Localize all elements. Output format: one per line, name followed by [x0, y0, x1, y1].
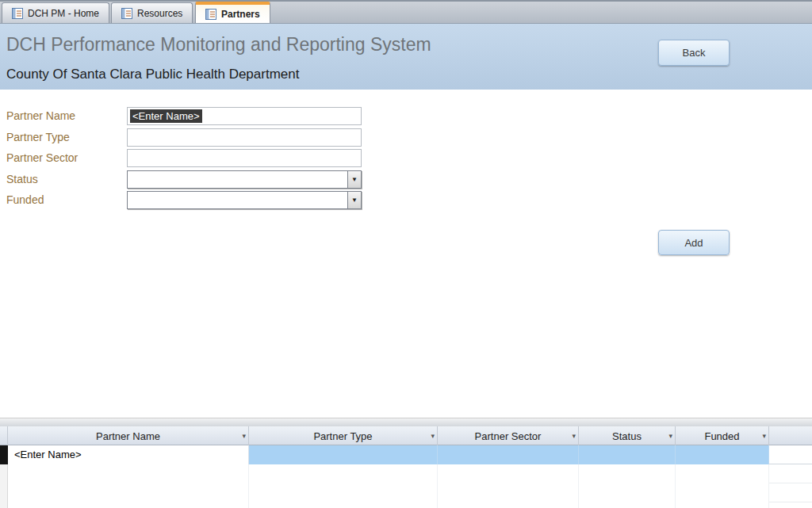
partner-type-input[interactable]	[127, 128, 362, 147]
chevron-down-icon: ▼	[351, 176, 358, 183]
cell-empty	[8, 483, 249, 502]
form-row-partner-name: Partner Name <Enter Name>	[0, 106, 812, 125]
row-selector[interactable]	[0, 483, 8, 502]
column-label: Partner Sector	[475, 430, 542, 442]
column-header-partner-type[interactable]: Partner Type ▾	[249, 426, 438, 445]
current-row-indicator[interactable]	[0, 445, 8, 464]
datasheet-header: Partner Name ▾ Partner Type ▾ Partner Se…	[0, 426, 812, 445]
funded-combobox[interactable]: ▼	[127, 191, 362, 209]
column-header-partner-name[interactable]: Partner Name ▾	[8, 426, 249, 445]
tab-label: Partners	[221, 9, 260, 20]
status-label: Status	[6, 170, 124, 189]
partner-name-label: Partner Name	[6, 106, 124, 125]
form-row-status: Status ▼	[0, 170, 812, 189]
tab-resources[interactable]: Resources	[111, 2, 193, 23]
tab-bar: DCH PM - Home Resources Partners	[0, 0, 812, 24]
cell-partner-sector[interactable]	[438, 445, 579, 464]
table-row-empty[interactable]	[0, 502, 812, 508]
table-row-empty[interactable]	[0, 464, 812, 483]
column-header-funded[interactable]: Funded ▾	[676, 426, 769, 445]
cell-empty	[249, 502, 438, 508]
row-selector-header[interactable]	[0, 426, 8, 445]
tab-label: DCH PM - Home	[28, 8, 99, 19]
partner-name-input[interactable]: <Enter Name>	[127, 107, 362, 125]
status-dropdown-button[interactable]: ▼	[347, 170, 362, 189]
cell-empty	[438, 464, 579, 483]
column-label: Partner Name	[96, 430, 160, 442]
cell-funded[interactable]	[676, 445, 769, 464]
selected-text: <Enter Name>	[130, 109, 202, 123]
funded-dropdown-button[interactable]: ▼	[347, 191, 362, 209]
form-row-partner-sector: Partner Sector	[0, 148, 812, 167]
page-title: DCH Performance Monitoring and Reporting…	[6, 34, 431, 55]
back-button[interactable]: Back	[658, 40, 730, 66]
row-filler	[769, 445, 812, 464]
cell-empty	[676, 483, 769, 502]
cell-empty	[579, 483, 676, 502]
column-header-partner-sector[interactable]: Partner Sector ▾	[438, 426, 579, 445]
tab-dch-pm-home[interactable]: DCH PM - Home	[2, 2, 109, 23]
cell-empty	[8, 502, 249, 508]
cell-empty	[8, 464, 249, 483]
add-button[interactable]: Add	[658, 230, 730, 255]
column-label: Status	[612, 430, 642, 442]
datasheet: Partner Name ▾ Partner Type ▾ Partner Se…	[0, 426, 812, 508]
form-icon	[205, 9, 216, 20]
column-label: Partner Type	[313, 430, 372, 442]
cell-partner-name[interactable]: <Enter Name>	[8, 445, 249, 464]
cell-empty	[579, 502, 676, 508]
column-dropdown-icon[interactable]: ▾	[572, 432, 576, 440]
column-header-status[interactable]: Status ▾	[579, 426, 676, 445]
column-dropdown-icon[interactable]: ▾	[242, 432, 246, 440]
partner-sector-label: Partner Sector	[6, 148, 124, 167]
chevron-down-icon: ▼	[351, 197, 358, 204]
status-combobox[interactable]: ▼	[127, 170, 362, 189]
app-window: DCH PM - Home Resources Partners DCH Per…	[0, 0, 812, 508]
partner-type-label: Partner Type	[6, 128, 124, 147]
form-row-funded: Funded ▼	[0, 190, 812, 209]
page-header: DCH Performance Monitoring and Reporting…	[0, 24, 812, 90]
column-dropdown-icon[interactable]: ▾	[431, 432, 435, 440]
funded-label: Funded	[6, 190, 124, 209]
form-icon	[12, 8, 23, 19]
column-label: Funded	[704, 430, 739, 442]
form-row-partner-type: Partner Type	[0, 128, 812, 147]
cell-partner-type[interactable]	[249, 445, 438, 464]
table-row-empty[interactable]	[0, 483, 812, 502]
cell-empty	[249, 464, 438, 483]
cell-empty	[438, 483, 579, 502]
form-datasheet-divider	[0, 418, 812, 426]
cell-empty	[579, 464, 676, 483]
funded-value[interactable]	[127, 191, 347, 209]
row-selector[interactable]	[0, 502, 8, 508]
column-dropdown-icon[interactable]: ▾	[668, 432, 672, 440]
cell-empty	[676, 464, 769, 483]
cell-empty	[676, 502, 769, 508]
cell-status[interactable]	[579, 445, 676, 464]
tab-label: Resources	[137, 8, 182, 19]
table-row: <Enter Name>	[0, 445, 812, 464]
partner-sector-input[interactable]	[127, 149, 362, 167]
cell-empty	[438, 502, 579, 508]
status-value[interactable]	[127, 170, 347, 189]
form-icon	[121, 8, 132, 19]
cell-empty	[249, 483, 438, 502]
page-subtitle: County Of Santa Clara Public Health Depa…	[6, 67, 299, 82]
row-selector[interactable]	[0, 464, 8, 483]
header-filler	[769, 426, 812, 445]
tab-partners[interactable]: Partners	[195, 2, 270, 23]
column-dropdown-icon[interactable]: ▾	[762, 432, 766, 440]
